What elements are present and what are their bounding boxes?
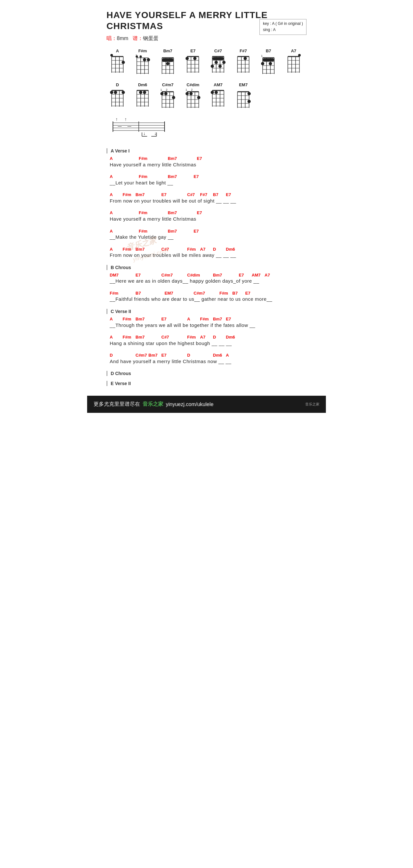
- chord-diagrams-row1: A F#m 2: [106, 49, 307, 76]
- section-C: C Verse II: [106, 309, 307, 314]
- svg-point-154: [211, 91, 214, 94]
- svg-point-116: [143, 91, 146, 94]
- lyrics-section: 音乐之家 yinyuezj.com A Verse I A F#m Bm7 E7…: [106, 148, 307, 386]
- svg-text:—: —: [118, 124, 122, 129]
- verse-block-B1: DM7 E7 C#m7 C#dim Bm7 E7 AM7 A7 __Here w…: [110, 273, 307, 285]
- svg-point-57: [214, 61, 218, 64]
- svg-point-165: [247, 92, 251, 95]
- chord-D: D: [106, 82, 129, 110]
- chord-Fsharp7: F#7: [232, 49, 254, 76]
- verse-block-C2: A F#m Bm7 C#7 F#m A7 D Dm6 Hang a shinin…: [110, 335, 307, 347]
- singer-info: 唱：8mm 谱：钢蛋蛋: [106, 35, 307, 42]
- chord-Dm6: Dm6: [132, 82, 153, 110]
- verse-block-A2: A F#m Bm7 E7 __Let your heart be light _…: [110, 174, 307, 186]
- chord-EM7: EM7: [232, 82, 254, 110]
- svg-text:↑: ↑: [125, 117, 127, 122]
- chord-diagrams-row2: D Dm6: [106, 82, 307, 110]
- verse-block-A1: A F#m Bm7 E7 Have yourself a merry littl…: [110, 156, 307, 168]
- svg-point-129: [164, 92, 168, 95]
- svg-point-9: [110, 54, 113, 57]
- svg-point-21: [136, 56, 138, 58]
- svg-point-130: [172, 96, 175, 99]
- svg-point-24: [147, 58, 150, 61]
- svg-text:1: 1: [160, 88, 162, 91]
- chord-A: A: [106, 49, 129, 76]
- svg-point-59: [211, 65, 214, 68]
- svg-point-83: [269, 62, 272, 65]
- svg-point-22: [140, 56, 142, 58]
- footer-url: yinyuezj.com/ukulele: [166, 402, 214, 407]
- chord-AM7: AM7: [207, 82, 229, 110]
- svg-rect-81: [263, 59, 274, 61]
- svg-point-10: [122, 61, 125, 64]
- svg-point-166: [247, 100, 251, 103]
- chord-Cshdim: C#dim 1 2: [182, 82, 204, 110]
- chord-B7: B7 1: [257, 49, 279, 76]
- section-A: A Verse I: [106, 148, 307, 153]
- svg-text:1: 1: [261, 54, 263, 58]
- svg-text:↑: ↑: [115, 117, 118, 122]
- strum-pattern: ↑ ↑ ↓ ↓ — —: [106, 116, 171, 140]
- svg-point-58: [222, 61, 226, 64]
- svg-point-46: [193, 57, 197, 60]
- chord-Cshm7: C#m7 1 2: [157, 82, 179, 110]
- svg-point-104: [114, 91, 117, 94]
- svg-point-142: [185, 92, 189, 95]
- svg-rect-34: [162, 59, 174, 62]
- chord-Bm7: Bm7: [157, 49, 179, 76]
- svg-point-155: [214, 91, 218, 94]
- svg-point-35: [166, 62, 169, 65]
- svg-point-60: [218, 65, 222, 68]
- svg-rect-56: [212, 57, 224, 60]
- chord-Fshm: F#m 2: [132, 49, 153, 76]
- section-E: E Verse II: [106, 381, 307, 386]
- chord-E7: E7: [182, 49, 204, 76]
- chord-A7: A7: [283, 49, 305, 76]
- svg-point-103: [110, 91, 113, 94]
- svg-point-23: [143, 58, 146, 61]
- svg-point-70: [244, 57, 247, 60]
- verse-block-B2: F#m B7 EM7 C#m7 F#m B7 E7 __Faithful fri…: [110, 291, 307, 303]
- footer-bar: 更多尤克里里谱尽在 音乐之家 yinyuezj.com/ukulele 音乐之家: [87, 396, 326, 413]
- verse-block-A4: A F#m Bm7 E7 Have yourself a merry littl…: [110, 210, 307, 223]
- svg-point-143: [190, 92, 193, 95]
- svg-text:↓: ↓: [143, 131, 145, 136]
- svg-text:1: 1: [185, 88, 187, 91]
- svg-text:—: —: [128, 124, 131, 129]
- svg-text:↓: ↓: [154, 131, 157, 136]
- svg-text:2: 2: [166, 88, 168, 91]
- footer-site-name: 音乐之家: [143, 401, 163, 408]
- chord-Csharp7: C#7: [207, 49, 229, 76]
- svg-point-93: [298, 54, 301, 57]
- svg-point-82: [261, 62, 264, 65]
- section-B: B Chrous: [106, 265, 307, 270]
- svg-point-105: [122, 91, 125, 94]
- svg-text:2: 2: [191, 88, 193, 91]
- footer-prefix: 更多尤克里里谱尽在: [94, 401, 140, 408]
- verse-block-C1: A F#m Bm7 E7 A F#m Bm7 E7 __Through the …: [110, 317, 307, 329]
- verse-block-A3: A F#m Bm7 E7 C#7 F#7 B7 E7 From now on y…: [110, 192, 307, 205]
- svg-point-115: [139, 91, 142, 94]
- svg-point-144: [197, 96, 200, 99]
- svg-point-45: [185, 57, 189, 60]
- verse-block-C3: D C#m7 Bm7 E7 D Dm6 A And have yourself …: [110, 353, 307, 365]
- key-info-box: key : A ( G# in original ) sing : A: [260, 19, 307, 35]
- section-D: D Chrous: [106, 371, 307, 376]
- svg-point-128: [160, 92, 164, 95]
